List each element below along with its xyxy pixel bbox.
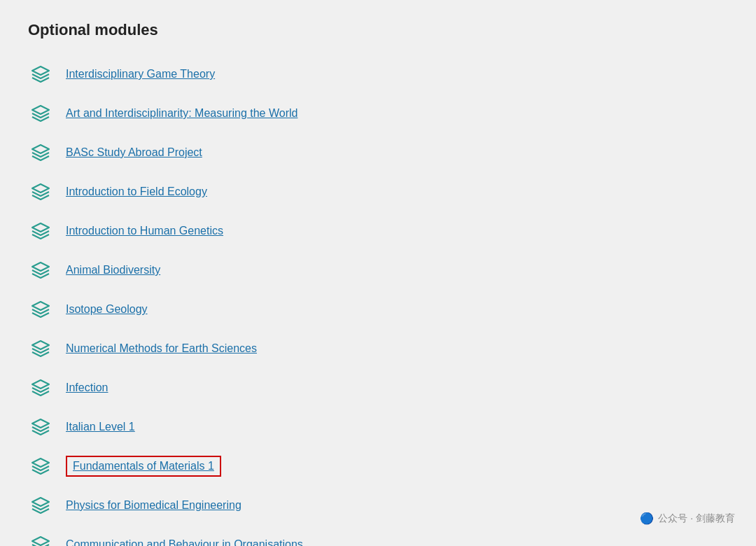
svg-marker-11 [32,498,49,506]
list-item: Italian Level 1 [28,407,728,447]
layers-icon [28,336,53,361]
svg-marker-5 [32,262,49,271]
svg-marker-3 [32,184,49,192]
list-item: Introduction to Field Ecology [28,172,728,211]
watermark: 🔵 公众号 · 剑藤教育 [640,512,735,525]
svg-marker-12 [32,537,49,545]
list-item: Introduction to Human Genetics [28,211,728,251]
list-item: Communication and Behaviour in Organisat… [28,525,728,546]
list-item: Art and Interdisciplinarity: Measuring t… [28,94,728,133]
layers-icon [28,140,53,165]
watermark-text: 公众号 · 剑藤教育 [658,512,735,525]
list-item: Physics for Biomedical Engineering [28,486,728,525]
module-link[interactable]: Isotope Geology [66,303,148,316]
list-item: Fundamentals of Materials 1 [28,447,728,486]
list-item: Interdisciplinary Game Theory [28,55,728,94]
layers-icon [28,493,53,518]
layers-icon [28,218,53,244]
list-item: Animal Biodiversity [28,251,728,290]
list-item: BASc Study Abroad Project [28,133,728,172]
layers-icon [28,179,53,204]
module-link[interactable]: Art and Interdisciplinarity: Measuring t… [66,107,298,120]
wechat-icon: 🔵 [640,512,654,525]
module-link[interactable]: BASc Study Abroad Project [66,146,202,159]
svg-marker-6 [32,302,49,310]
layers-icon [28,375,53,400]
module-link[interactable]: Introduction to Human Genetics [66,225,223,237]
module-link[interactable]: Introduction to Field Ecology [66,186,207,198]
svg-marker-1 [32,106,49,114]
list-item: Infection [28,368,728,407]
module-link[interactable]: Infection [66,382,108,394]
layers-icon [28,62,53,87]
layers-icon [28,414,53,440]
svg-marker-8 [32,380,49,388]
module-link[interactable]: Physics for Biomedical Engineering [66,499,241,512]
module-link[interactable]: Animal Biodiversity [66,264,160,276]
module-list: Interdisciplinary Game Theory Art and In… [28,55,728,546]
module-link[interactable]: Communication and Behaviour in Organisat… [66,538,303,546]
module-link[interactable]: Numerical Methods for Earth Sciences [66,342,257,355]
list-item: Numerical Methods for Earth Sciences [28,329,728,368]
module-link[interactable]: Italian Level 1 [66,421,135,433]
layers-icon [28,532,53,546]
module-link[interactable]: Interdisciplinary Game Theory [66,68,215,80]
layers-icon [28,454,53,479]
layers-icon [28,258,53,283]
svg-marker-10 [32,458,49,467]
layers-icon [28,297,53,322]
svg-marker-2 [32,145,49,153]
layers-icon [28,101,53,126]
module-link[interactable]: Fundamentals of Materials 1 [66,456,221,477]
svg-marker-0 [32,66,49,75]
page-title: Optional modules [28,21,728,39]
svg-marker-4 [32,223,49,232]
svg-marker-7 [32,341,49,349]
svg-marker-9 [32,419,49,428]
list-item: Isotope Geology [28,290,728,329]
